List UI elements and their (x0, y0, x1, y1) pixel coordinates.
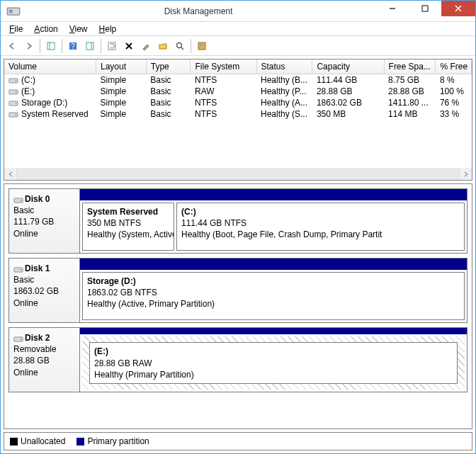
svg-rect-18 (200, 44, 202, 46)
menu-bar: File Action View Help (1, 22, 475, 36)
partition[interactable]: System Reserved350 MB NTFSHealthy (Syste… (82, 203, 174, 251)
disk-header-strip (80, 328, 467, 334)
svg-point-20 (16, 80, 17, 81)
svg-point-28 (21, 200, 22, 201)
svg-point-24 (16, 103, 17, 104)
svg-rect-3 (422, 6, 428, 11)
svg-point-15 (177, 42, 182, 47)
col-volume[interactable]: Volume (4, 59, 96, 74)
svg-point-32 (21, 339, 22, 340)
maximize-button[interactable] (409, 1, 441, 16)
volume-row[interactable]: Storage (D:)SimpleBasicNTFSHealthy (A...… (4, 97, 472, 108)
menu-view[interactable]: View (64, 23, 94, 35)
col-pctfree[interactable]: % Free (436, 59, 472, 74)
disk-icon (13, 265, 23, 273)
svg-rect-1 (9, 9, 13, 13)
volume-table-header[interactable]: Volume Layout Type File System Status Ca… (4, 59, 472, 74)
col-status[interactable]: Status (256, 59, 312, 74)
col-fs[interactable]: File System (191, 59, 256, 74)
disk-icon (13, 195, 23, 204)
swatch-primary-icon (76, 438, 84, 446)
partition[interactable]: (C:)111.44 GB NTFSHealthy (Boot, Page Fi… (176, 203, 465, 251)
legend-bar: Unallocated Primary partition (4, 432, 472, 450)
disk-info: Disk 2Removable28.88 GBOnline (9, 328, 80, 392)
window-title: Disk Management (21, 6, 376, 16)
toolbar: ? (1, 36, 475, 56)
svg-point-30 (21, 269, 22, 271)
open-folder-button[interactable] (154, 38, 171, 55)
scroll-track[interactable] (16, 168, 460, 180)
disk-row[interactable]: Disk 0Basic111.79 GBOnlineSystem Reserve… (8, 188, 468, 254)
scroll-left-button[interactable] (4, 168, 16, 180)
swatch-unallocated-icon (10, 438, 18, 446)
refresh-button[interactable] (103, 38, 120, 55)
disk-info: Disk 0Basic111.79 GBOnline (9, 189, 80, 253)
title-bar: Disk Management (1, 1, 475, 22)
show-hide-action-pane-button[interactable] (81, 38, 98, 55)
svg-point-26 (16, 114, 17, 115)
partition[interactable]: (E:)28.88 GB RAWHealthy (Primary Partiti… (82, 336, 465, 390)
show-hide-console-tree-button[interactable] (42, 38, 60, 55)
volume-table[interactable]: Volume Layout Type File System Status Ca… (4, 59, 472, 120)
volume-name-cell: Storage (D:) (4, 97, 96, 108)
disk-partitions: (E:)28.88 GB RAWHealthy (Primary Partiti… (80, 328, 467, 392)
disk-graphical-pane: Disk 0Basic111.79 GBOnlineSystem Reserve… (4, 183, 472, 429)
close-button[interactable] (441, 1, 475, 16)
disk-partitions: System Reserved350 MB NTFSHealthy (Syste… (80, 189, 467, 253)
volume-name-cell: System Reserved (4, 108, 96, 120)
legend-primary: Primary partition (76, 436, 149, 446)
volume-name-cell: (C:) (4, 74, 96, 86)
volume-horizontal-scrollbar[interactable] (4, 168, 472, 180)
svg-rect-6 (47, 42, 55, 50)
volume-row[interactable]: (C:)SimpleBasicNTFSHealthy (B...111.44 G… (4, 74, 472, 86)
svg-text:?: ? (71, 42, 75, 50)
volume-row[interactable]: System ReservedSimpleBasicNTFSHealthy (S… (4, 108, 472, 120)
disk-row[interactable]: Disk 1Basic1863.02 GBOnlineStorage (D:)1… (8, 258, 468, 323)
app-icon (6, 4, 21, 18)
menu-help[interactable]: Help (94, 23, 123, 35)
disk-row[interactable]: Disk 2Removable28.88 GBOnline(E:)28.88 G… (8, 327, 468, 392)
disk-icon (13, 334, 23, 343)
col-capacity[interactable]: Capacity (312, 59, 384, 74)
partition[interactable]: Storage (D:)1863.02 GB NTFSHealthy (Acti… (82, 272, 465, 320)
disk-header-strip (80, 259, 467, 270)
disk-header-strip (80, 189, 467, 200)
volume-row[interactable]: (E:)SimpleBasicRAWHealthy (P...28.88 GB2… (4, 86, 472, 97)
back-button[interactable] (4, 38, 21, 55)
col-layout[interactable]: Layout (96, 59, 146, 74)
legend-unallocated: Unallocated (10, 436, 65, 446)
svg-point-22 (16, 91, 17, 93)
scroll-right-button[interactable] (460, 168, 472, 180)
menu-action[interactable]: Action (28, 23, 63, 35)
settings-button[interactable] (193, 38, 210, 55)
properties-button[interactable] (137, 38, 154, 55)
delete-button[interactable] (120, 38, 137, 55)
menu-file[interactable]: File (4, 23, 28, 35)
content-area: Volume Layout Type File System Status Ca… (1, 56, 475, 453)
forward-button[interactable] (21, 38, 38, 55)
help-button[interactable]: ? (64, 38, 81, 55)
col-free[interactable]: Free Spa... (384, 59, 436, 74)
minimize-button[interactable] (376, 1, 409, 16)
svg-line-16 (181, 47, 183, 50)
volume-list-pane: Volume Layout Type File System Status Ca… (4, 59, 472, 181)
col-type[interactable]: Type (146, 59, 191, 74)
svg-rect-10 (86, 42, 94, 50)
disk-partitions: Storage (D:)1863.02 GB NTFSHealthy (Acti… (80, 259, 467, 322)
volume-name-cell: (E:) (4, 86, 96, 97)
search-button[interactable] (171, 38, 188, 55)
disk-info: Disk 1Basic1863.02 GBOnline (9, 259, 80, 322)
